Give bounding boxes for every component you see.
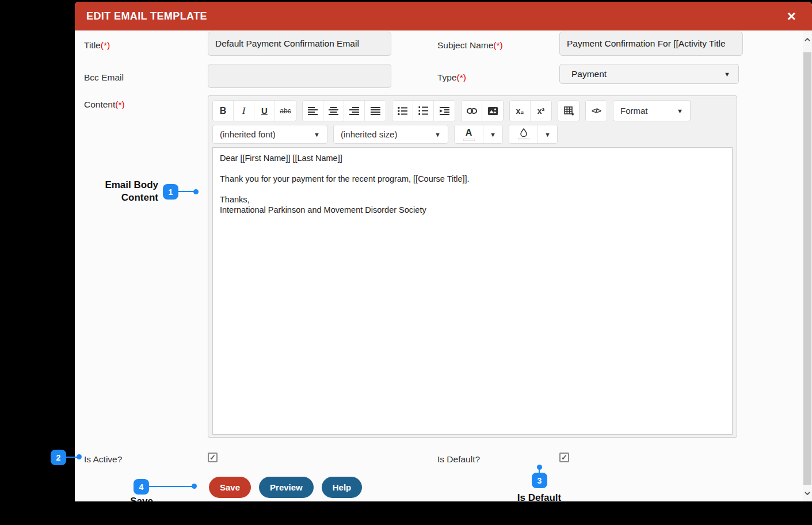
bullet-list-icon[interactable] — [392, 101, 413, 121]
modal-header: EDIT EMAIL TEMPLATE × — [75, 2, 812, 30]
numbered-list-icon[interactable] — [413, 101, 434, 121]
email-body-editor[interactable]: Dear [[First Name]] [[Last Name]] Thank … — [212, 147, 733, 435]
alignment-group — [302, 100, 386, 121]
type-select[interactable]: Payment ▼ — [559, 64, 739, 84]
subject-name-input[interactable] — [559, 32, 743, 56]
insert-group — [461, 100, 504, 121]
link-icon[interactable] — [462, 101, 482, 121]
required-marker: (*) — [493, 40, 502, 50]
scroll-up-icon[interactable] — [803, 35, 812, 44]
vertical-scrollbar[interactable] — [803, 30, 812, 501]
format-dropdown[interactable]: Format ▼ — [613, 100, 691, 121]
save-button[interactable]: Save — [209, 477, 251, 498]
underline-button[interactable]: U — [254, 101, 275, 121]
toolbar-row-2: (inherited font) ▼ (inherited size) ▼ A … — [212, 125, 733, 144]
italic-button[interactable]: I — [234, 101, 254, 121]
scrollbar-thumb[interactable] — [803, 52, 811, 485]
close-icon[interactable]: × — [787, 9, 796, 24]
insert-table-icon[interactable] — [558, 101, 579, 121]
format-dropdown-value: Format — [620, 106, 648, 116]
chevron-down-icon: ▼ — [314, 131, 320, 138]
strikethrough-button[interactable]: abc — [275, 101, 296, 121]
body-line — [220, 184, 725, 194]
table-group — [558, 100, 580, 121]
chevron-down-icon: ▼ — [724, 71, 730, 78]
droplet-icon — [520, 128, 527, 137]
content-label: Content(*) — [84, 99, 125, 110]
is-default-label: Is Default? — [437, 454, 480, 465]
background-color-swatch — [518, 138, 529, 140]
superscript-button[interactable]: x² — [531, 101, 551, 121]
body-line: International Parkinson and Movement Dis… — [220, 205, 725, 215]
bold-button[interactable]: B — [213, 101, 234, 121]
list-group — [392, 100, 455, 121]
script-group: x₂ x² — [509, 100, 552, 121]
type-label: Type(*) — [437, 72, 466, 83]
bcc-email-input[interactable] — [208, 64, 391, 88]
required-marker: (*) — [101, 40, 110, 50]
background-color-arrow[interactable]: ▼ — [538, 125, 557, 143]
is-active-checkbox[interactable]: ✓ — [208, 453, 218, 462]
body-line: Thanks, — [220, 194, 725, 205]
subscript-button[interactable]: x₂ — [510, 101, 531, 121]
font-family-dropdown[interactable]: (inherited font) ▼ — [212, 125, 327, 144]
chevron-down-icon: ▼ — [434, 131, 441, 138]
is-active-label: Is Active? — [84, 454, 122, 465]
required-marker: (*) — [457, 72, 466, 82]
check-icon: ✓ — [561, 453, 567, 462]
align-right-icon[interactable] — [344, 101, 365, 121]
body-line: Dear [[First Name]] [[Last Name]] — [220, 153, 725, 163]
required-marker: (*) — [115, 99, 124, 109]
chevron-down-icon: ▼ — [544, 131, 551, 138]
indent-icon[interactable] — [434, 101, 455, 121]
font-size-value: (inherited size) — [341, 129, 397, 139]
is-default-checkbox[interactable]: ✓ — [559, 453, 569, 462]
title-label: Title(*) — [84, 40, 110, 51]
edit-email-template-modal: EDIT EMAIL TEMPLATE × Title(*) Subject N… — [75, 2, 812, 501]
type-select-value: Payment — [571, 69, 607, 79]
rich-text-editor: B I U abc — [208, 95, 737, 438]
justify-icon[interactable] — [365, 101, 386, 121]
page-background: EDIT EMAIL TEMPLATE × Title(*) Subject N… — [0, 0, 812, 525]
font-family-value: (inherited font) — [220, 129, 276, 139]
toolbar-row-1: B I U abc — [212, 100, 733, 121]
text-color-arrow[interactable]: ▼ — [483, 125, 502, 143]
source-code-button[interactable]: </> — [586, 101, 607, 121]
scroll-down-icon[interactable] — [803, 489, 812, 498]
action-buttons: Save Preview Help — [209, 477, 362, 498]
annotation-badge-2: 2 — [51, 450, 66, 465]
bcc-email-label: Bcc Email — [84, 72, 124, 83]
text-style-group: B I U abc — [212, 100, 296, 121]
text-color-swatch — [463, 139, 475, 141]
help-button[interactable]: Help — [322, 477, 363, 498]
align-center-icon[interactable] — [323, 101, 344, 121]
text-color-button[interactable]: A — [455, 125, 483, 143]
source-group: </> — [585, 100, 607, 121]
preview-button[interactable]: Preview — [259, 477, 314, 498]
image-icon[interactable] — [482, 101, 503, 121]
subject-name-label: Subject Name(*) — [437, 40, 503, 51]
background-color-group: ▼ — [509, 125, 558, 144]
text-color-letter: A — [466, 128, 472, 137]
title-input[interactable] — [208, 32, 391, 56]
modal-title: EDIT EMAIL TEMPLATE — [86, 10, 207, 22]
text-color-group: A ▼ — [454, 125, 503, 144]
body-line: Thank you for your payment for the recen… — [220, 174, 725, 184]
chevron-down-icon: ▼ — [490, 131, 496, 138]
check-icon: ✓ — [209, 453, 216, 462]
body-line — [220, 163, 725, 174]
chevron-down-icon: ▼ — [677, 108, 683, 114]
align-left-icon[interactable] — [303, 101, 323, 121]
background-color-button[interactable] — [509, 125, 538, 143]
font-size-dropdown[interactable]: (inherited size) ▼ — [333, 125, 448, 144]
